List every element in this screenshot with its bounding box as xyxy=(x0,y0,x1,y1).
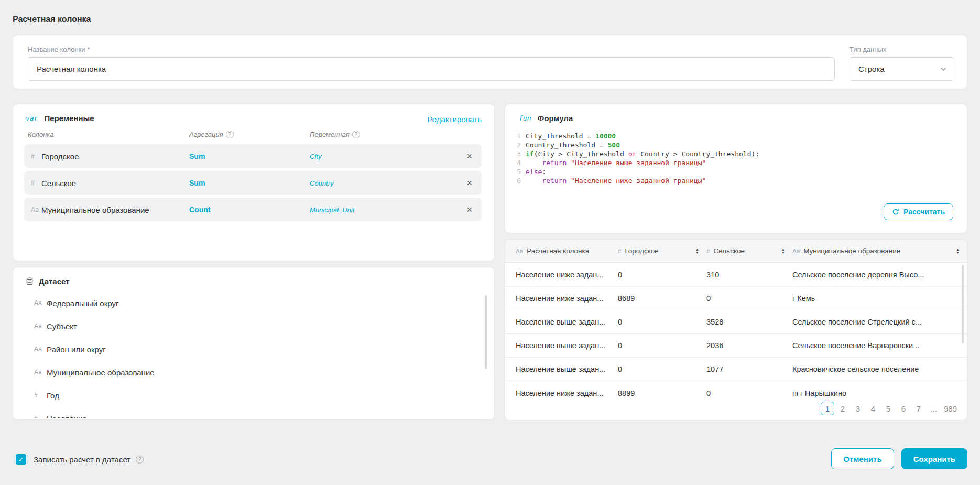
calculated-column-page: Расчетная колонка Название колонки * Тип… xyxy=(0,0,980,485)
data-type-label: Тип данных xyxy=(850,46,886,53)
line-number: 6 xyxy=(513,176,521,185)
table-row: Население ниже задан...86890г Кемь xyxy=(505,287,967,310)
variable-name[interactable]: Country xyxy=(310,179,334,187)
page-title: Расчетная колонка xyxy=(13,15,91,24)
table-cell: 0 xyxy=(618,365,706,373)
page-button[interactable]: 3 xyxy=(851,402,865,415)
page-button[interactable]: 1 xyxy=(821,402,834,415)
table-row: Население выше задан...03528Сельское пос… xyxy=(505,310,967,334)
number-type-icon: # xyxy=(34,392,47,399)
write-to-dataset-checkbox[interactable]: ✓ xyxy=(16,454,26,465)
close-icon[interactable]: × xyxy=(466,152,472,161)
variable-name[interactable]: City xyxy=(310,152,321,160)
dataset-panel-title: Датасет xyxy=(39,277,70,286)
page-button[interactable]: 7 xyxy=(912,402,925,415)
text-type-icon: Аа xyxy=(34,346,47,353)
formula-panel: fun Формула 1City_Threshold = 100002Coun… xyxy=(505,104,967,233)
table-cell: Красновичское сельское поселение xyxy=(792,365,967,373)
column-name-label: Название колонки * xyxy=(28,46,90,53)
database-icon xyxy=(26,277,34,285)
dataset-field-label: Район или округ xyxy=(47,345,106,354)
results-column-label: Муниципальное образование xyxy=(803,247,900,255)
results-column-header[interactable]: #Городское▲▼ xyxy=(618,247,706,255)
results-column-label: Сельское xyxy=(713,247,745,255)
page-button[interactable]: 4 xyxy=(866,402,880,415)
dataset-field-list: АаФедеральный округАаСубъектАаРайон или … xyxy=(13,292,494,418)
results-scrollbar[interactable] xyxy=(962,265,964,343)
code-line: 1City_Threshold = 10000 xyxy=(513,132,759,141)
table-row: Население выше задан...01077Красновичско… xyxy=(505,358,967,381)
page-button[interactable]: 5 xyxy=(881,402,895,415)
data-type-select[interactable]: Строка xyxy=(850,57,954,81)
page-button: ... xyxy=(927,402,941,415)
variable-column-name: Сельское xyxy=(41,178,76,187)
close-icon[interactable]: × xyxy=(466,205,472,214)
help-icon[interactable]: ? xyxy=(136,456,144,464)
dataset-scrollbar[interactable] xyxy=(485,295,487,369)
formula-code-editor[interactable]: 1City_Threshold = 100002Country_Threshol… xyxy=(513,132,759,185)
number-type-icon: # xyxy=(706,248,710,254)
dataset-field-label: Субъект xyxy=(47,322,77,331)
code-text: City_Threshold = 10000 xyxy=(526,132,616,141)
table-row: Население выше задан...02036Сельское пос… xyxy=(505,334,967,358)
text-type-icon: Аа xyxy=(31,206,39,213)
table-cell: пгт Нарышкино xyxy=(792,389,967,397)
table-cell: 8899 xyxy=(618,389,706,397)
text-type-icon: Аа xyxy=(34,299,47,307)
column-header-variable: Переменная ? xyxy=(310,131,360,138)
page-button[interactable]: 6 xyxy=(897,402,910,415)
line-number: 3 xyxy=(513,149,521,158)
table-cell: Сельское поселение Варваровски... xyxy=(792,341,967,350)
dataset-field-item[interactable]: АаФедеральный округ xyxy=(13,292,494,315)
results-header: АаРасчетная колонка#Городское▲▼#Сельское… xyxy=(505,240,967,263)
table-cell: 0 xyxy=(706,294,792,303)
dataset-field-item[interactable]: АаМуниципальное образование xyxy=(13,361,494,384)
text-type-icon: Аа xyxy=(792,248,800,254)
code-line: 2Country_Threshold = 500 xyxy=(513,141,759,149)
variable-name[interactable]: Municipal_Unit xyxy=(310,206,354,213)
edit-variables-link[interactable]: Редактировать xyxy=(427,115,482,124)
table-cell: Население выше задан... xyxy=(505,365,618,373)
page-button[interactable]: 2 xyxy=(836,402,850,415)
aggregation-value[interactable]: Sum xyxy=(189,179,205,187)
variable-column-name: Городское xyxy=(41,152,79,160)
code-text: else: xyxy=(526,167,546,176)
code-text: if(City > City_Threshold or Country > Co… xyxy=(526,149,759,158)
text-type-icon: Аа xyxy=(34,369,47,376)
aggregation-value[interactable]: Count xyxy=(189,206,210,214)
refresh-icon xyxy=(892,208,899,215)
results-column-label: Городское xyxy=(625,247,658,255)
dataset-field-item[interactable]: #Год xyxy=(13,384,494,407)
write-to-dataset-label: Записать расчет в датасет xyxy=(34,455,130,464)
column-name-input[interactable] xyxy=(28,57,835,81)
help-icon[interactable]: ? xyxy=(352,131,360,138)
calculate-button[interactable]: Рассчитать xyxy=(884,203,953,220)
variable-row: #СельскоеSumCountry× xyxy=(24,171,482,195)
page-button[interactable]: 989 xyxy=(942,402,959,415)
column-settings-card: Название колонки * Тип данных Строка xyxy=(13,35,967,89)
table-cell: 310 xyxy=(706,271,792,279)
help-icon[interactable]: ? xyxy=(226,131,234,138)
table-cell: 3528 xyxy=(706,318,792,326)
footer-buttons: Отменить Сохранить xyxy=(831,448,967,469)
save-button[interactable]: Сохранить xyxy=(901,448,967,469)
results-column-header[interactable]: #Сельское▲▼ xyxy=(706,247,792,255)
text-type-icon: Аа xyxy=(34,322,47,330)
aggregation-value[interactable]: Sum xyxy=(189,152,205,160)
sort-icon[interactable]: ▲▼ xyxy=(695,248,699,254)
table-cell: 8689 xyxy=(618,294,706,303)
dataset-field-item[interactable]: АаРайон или округ xyxy=(13,338,494,361)
cancel-button[interactable]: Отменить xyxy=(831,448,894,469)
dataset-field-item[interactable]: АаСубъект xyxy=(13,315,494,338)
sort-icon[interactable]: ▲▼ xyxy=(781,248,785,254)
table-cell: 2036 xyxy=(706,341,792,350)
close-icon[interactable]: × xyxy=(466,178,472,188)
dataset-field-item[interactable]: #Население xyxy=(13,407,494,418)
chevron-down-icon xyxy=(940,67,946,71)
sort-icon[interactable]: ▲▼ xyxy=(956,248,960,254)
variables-column-headers: Колонка Агрегация ? Переменная ? xyxy=(13,131,494,139)
variable-column-name: Муниципальное образование xyxy=(41,205,149,214)
results-column-header: АаРасчетная колонка xyxy=(505,247,618,255)
results-column-header[interactable]: АаМуниципальное образование▲▼ xyxy=(792,247,967,255)
column-header-aggregation: Агрегация ? xyxy=(189,131,234,138)
